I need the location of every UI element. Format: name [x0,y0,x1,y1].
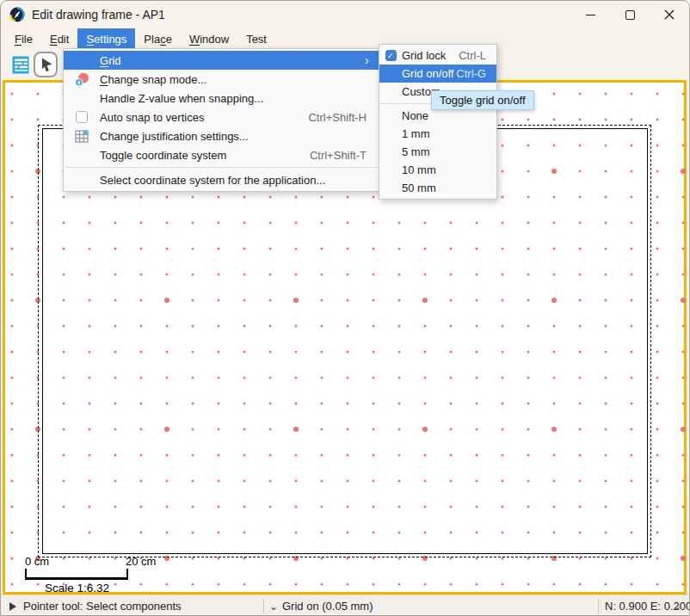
menu-item-change-justification-settings[interactable]: Change justification settings... [64,126,379,145]
grid-dot [656,454,659,457]
scale-right-label: 20 cm [126,555,156,568]
grid-dot [11,325,14,328]
grid-status-text[interactable]: Grid on (0.05 mm) [282,595,373,616]
pointer-status-icon [9,595,17,616]
menu-item-50-mm[interactable]: 50 mm [379,179,496,197]
menu-file[interactable]: File [6,28,41,49]
title-bar: Edit drawing frame - AP1 [1,1,689,28]
grid-dot [553,119,556,121]
maximize-button[interactable] [610,1,650,28]
grid-dot [605,119,607,121]
menu-item-grid[interactable]: Grid› [64,51,379,70]
menu-place[interactable]: Place [135,28,181,49]
scale-bar[interactable] [25,569,128,580]
menu-item-label: Grid [100,54,121,67]
grid-dot [656,506,659,508]
menu-settings[interactable]: Settings [77,28,135,49]
grid-dot [553,93,556,95]
menu-item-change-snap-mode[interactable]: Change snap mode... [64,70,379,89]
grid-dot [11,93,14,95]
grid-dot [681,298,686,303]
menu-item-grid-lock[interactable]: ✓Grid lockCtrl-L [379,46,496,65]
grid-dot [656,222,659,225]
minimize-icon [586,15,595,15]
grid-dot [11,248,14,250]
grid-dot [656,403,659,405]
menu-item-1-mm[interactable]: 1 mm [379,125,496,143]
menu-item-5-mm[interactable]: 5 mm [379,143,496,161]
minimize-button[interactable] [570,1,610,28]
grid-dot [682,454,685,457]
grid-dot [11,532,14,534]
scale-text: Scale 1:6.32 [45,582,109,594]
submenu-arrow-icon: › [365,54,379,66]
grid-dot [192,583,194,586]
menu-item-label: Handle Z-value when snapping... [100,92,263,105]
menu-window[interactable]: Window [181,28,237,49]
grid-dot [11,403,14,405]
grid-dot [631,93,633,95]
menu-edit[interactable]: Edit [41,28,77,49]
grid-dot [682,274,685,276]
maximize-icon [625,10,635,20]
grid-dot [37,93,40,95]
grid-dot [166,583,169,586]
grid-dot [11,145,14,147]
snap-mode-icon [75,72,89,87]
grid-dot [631,119,633,121]
grid-dot [682,93,685,95]
menu-item-label: Change justification settings... [100,130,249,143]
grid-dot [656,583,659,586]
grid-dot [682,377,685,379]
pointer-tool-button[interactable] [34,52,58,77]
menu-test[interactable]: Test [237,28,275,49]
grid-dot [682,222,685,225]
menu-item-10-mm[interactable]: 10 mm [379,161,496,179]
menu-separator [65,167,378,168]
window-title: Edit drawing frame - AP1 [32,8,165,22]
menu-item-label: Select coordinate system for the applica… [100,174,325,187]
menu-item-grid-on-off[interactable]: Grid on/offCtrl-G [379,65,496,83]
menu-shortcut: Ctrl+Shift-T [310,149,379,162]
close-button[interactable] [650,1,689,28]
grid-dot [681,427,686,432]
grid-submenu: ✓Grid lockCtrl-LGrid on/offCtrl-GCustom.… [379,44,497,200]
grid-dot [11,583,14,586]
menu-item-handle-z-value-when-snapping[interactable]: Handle Z-value when snapping... [64,89,379,108]
drawing-frame-inner[interactable] [42,128,648,554]
menu-item-label: None [402,109,428,122]
component-list-button[interactable] [11,55,30,78]
pointer-icon [39,56,53,73]
grid-dot [656,299,659,302]
menu-item-select-coordinate-system-for-the-application[interactable]: Select coordinate system for the applica… [64,170,379,189]
grid-dot [656,145,659,147]
grid-dot [527,119,530,121]
grid-dot [682,248,685,250]
menu-item-auto-snap-to-vertices[interactable]: Auto snap to verticesCtrl+Shift-H [64,108,379,126]
grid-dot [553,583,556,586]
grid-dot [476,583,478,586]
grid-dot [527,583,530,586]
list-icon [11,55,30,75]
status-separator [598,599,599,613]
grid-dot [11,428,14,431]
grid-dot [11,119,14,121]
close-icon [664,9,675,20]
grid-dot [114,583,117,586]
justification-icon [75,129,89,143]
menu-item-label: 5 mm [402,145,430,158]
chevron-down-icon[interactable]: ⌄ [269,595,278,616]
grid-dot [502,119,504,121]
grid-dot [682,583,685,586]
grid-dot [295,583,298,586]
grid-dot [682,506,685,508]
grid-dot [11,351,14,354]
menu-item-label: Grid on/off [402,67,453,80]
chevron-down-icon[interactable]: ⌄ [673,595,681,616]
menu-item-label: Auto snap to vertices [100,111,204,124]
grid-dot [37,119,40,121]
grid-dot [347,583,349,586]
settings-menu: Grid›Change snap mode...Handle Z-value w… [63,48,379,192]
grid-dot [656,557,659,560]
menu-item-toggle-coordinate-system[interactable]: Toggle coordinate systemCtrl+Shift-T [64,145,379,164]
